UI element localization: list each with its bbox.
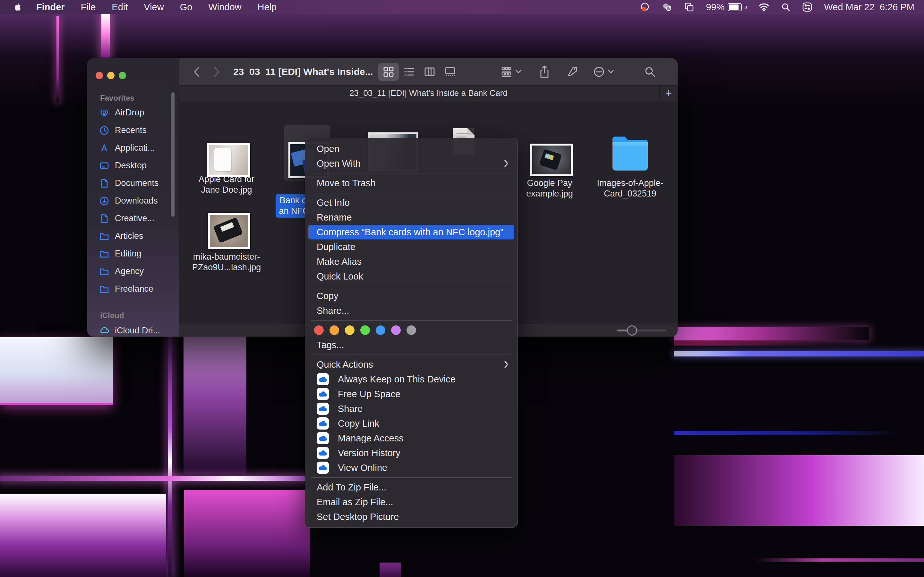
onedrive-cloud-icon	[317, 403, 329, 415]
menu-item-quick-look[interactable]: Quick Look	[305, 269, 517, 284]
folder-icon	[610, 134, 650, 174]
menu-item-copy[interactable]: Copy	[305, 288, 517, 303]
view-as-icons-button[interactable]	[378, 63, 399, 81]
more-actions-button[interactable]	[593, 58, 614, 85]
status-sync-icon[interactable]	[662, 2, 672, 12]
tag-red[interactable]	[314, 326, 324, 335]
wallpaper-gradient-panel	[0, 494, 166, 577]
icon-size-slider[interactable]	[617, 330, 666, 332]
slider-knob[interactable]	[627, 326, 637, 335]
menubar-help[interactable]: Help	[250, 0, 285, 14]
tag-gray[interactable]	[407, 326, 416, 335]
onedrive-cloud-icon	[317, 373, 329, 385]
menu-item-open[interactable]: Open	[305, 141, 517, 156]
menu-item-free-up-space[interactable]: Free Up Space	[305, 387, 517, 401]
sidebar-item-icloud-drive[interactable]: iCloud Dri...	[87, 322, 179, 337]
menubar-edit[interactable]: Edit	[103, 0, 136, 14]
menu-item-share-onedrive[interactable]: Share	[305, 401, 517, 416]
search-button[interactable]	[644, 58, 656, 85]
sidebar-item-applications[interactable]: Applicati...	[87, 139, 179, 157]
menu-item-view-online[interactable]: View Online	[305, 460, 517, 475]
menu-item-compress-highlighted[interactable]: Compress “Bank cards with an NFC logo.jp…	[309, 225, 514, 239]
menu-bar: Finder File Edit View Go Window Help 99%	[0, 0, 924, 14]
sidebar-item-agency[interactable]: Agency	[87, 263, 179, 280]
wallpaper-white-panel	[0, 337, 113, 405]
sidebar-item-recents[interactable]: Recents	[87, 121, 179, 139]
menu-item-duplicate[interactable]: Duplicate	[305, 239, 517, 254]
menubar-app-finder[interactable]: Finder	[28, 0, 73, 14]
menu-item-tags[interactable]: Tags...	[305, 338, 517, 352]
menu-item-copy-link[interactable]: Copy Link	[305, 416, 517, 431]
battery-icon	[728, 3, 742, 11]
app-store-icon	[99, 143, 110, 153]
menu-item-add-to-zip[interactable]: Add To Zip File...	[305, 480, 517, 495]
sidebar-item-editing[interactable]: Editing	[87, 245, 179, 263]
menu-item-manage-access[interactable]: Manage Access	[305, 431, 517, 446]
sidebar-item-airdrop[interactable]: AirDrop	[87, 104, 179, 121]
battery-indicator[interactable]: 99%	[706, 2, 747, 13]
view-as-gallery-button[interactable]	[440, 63, 460, 81]
menu-item-rename[interactable]: Rename	[305, 210, 517, 225]
menu-item-always-keep-on-device[interactable]: Always Keep on This Device	[305, 372, 517, 387]
sidebar-item-creative[interactable]: Creative...	[87, 210, 179, 227]
menu-item-set-desktop-picture[interactable]: Set Desktop Picture	[305, 509, 517, 524]
sidebar-item-documents[interactable]: Documents	[87, 174, 179, 192]
sidebar-section-icloud: iCloud	[100, 311, 124, 320]
sidebar-section-favorites: Favorites	[100, 93, 134, 103]
tag-orange[interactable]	[330, 326, 339, 335]
menubar-go[interactable]: Go	[172, 0, 200, 14]
tag-blue[interactable]	[376, 326, 385, 335]
menu-item-open-with[interactable]: Open With	[305, 156, 517, 171]
menu-divider	[311, 286, 512, 286]
menubar-view[interactable]: View	[136, 0, 172, 14]
menu-item-quick-actions[interactable]: Quick Actions	[305, 357, 517, 372]
menu-item-get-info[interactable]: Get Info	[305, 195, 517, 210]
tag-purple[interactable]	[391, 326, 401, 335]
group-by-button[interactable]	[500, 58, 521, 85]
sidebar-item-desktop[interactable]: Desktop	[87, 157, 179, 174]
wallpaper-neon-line	[0, 476, 308, 481]
forward-button[interactable]	[213, 58, 221, 85]
wallpaper-neon-line	[57, 16, 59, 103]
view-as-list-button[interactable]	[399, 63, 419, 81]
wallpaper-magenta-panel	[184, 490, 310, 577]
tag-green[interactable]	[360, 326, 370, 335]
icloud-icon	[99, 326, 110, 336]
tab-bar[interactable]: 23_03_11 [EDI] What's Inside a Bank Card…	[179, 85, 678, 101]
menu-item-share[interactable]: Share...	[305, 303, 517, 318]
sidebar-item-downloads[interactable]: Downloads	[87, 192, 179, 210]
share-button[interactable]	[539, 58, 550, 85]
menubar-window[interactable]: Window	[200, 0, 249, 14]
menu-bar-clock[interactable]: Wed Mar 22 6:26 PM	[824, 2, 914, 13]
spotlight-search-icon[interactable]	[781, 2, 790, 12]
menubar-file[interactable]: File	[73, 0, 104, 14]
wallpaper-blue-line	[674, 351, 924, 356]
new-tab-button[interactable]: +	[659, 85, 678, 101]
file-thumbnail	[207, 143, 250, 177]
document-icon	[99, 178, 110, 189]
onedrive-cloud-icon	[317, 417, 329, 430]
menu-item-version-history[interactable]: Version History	[305, 446, 517, 460]
sidebar-item-freelance[interactable]: Freelance	[87, 280, 179, 298]
close-button[interactable]	[95, 72, 103, 79]
menu-item-move-to-trash[interactable]: Move to Trash	[305, 176, 517, 190]
back-button[interactable]	[192, 58, 200, 85]
wallpaper-blue-line	[674, 431, 898, 435]
control-center-icon[interactable]	[802, 2, 813, 12]
zoom-button[interactable]	[119, 72, 126, 79]
menu-item-email-as-zip[interactable]: Email as Zip File...	[305, 495, 517, 509]
menu-item-make-alias[interactable]: Make Alias	[305, 254, 517, 269]
menu-divider	[311, 320, 512, 321]
tags-button[interactable]	[566, 58, 579, 85]
status-screen-mirroring-icon[interactable]	[684, 2, 694, 12]
chevron-right-icon	[504, 160, 509, 167]
sidebar-item-articles[interactable]: Articles	[87, 227, 179, 245]
status-app-icon[interactable]	[640, 2, 650, 12]
apple-menu-icon[interactable]	[11, 3, 24, 11]
menu-divider	[311, 355, 512, 355]
view-as-columns-button[interactable]	[419, 63, 440, 81]
wifi-icon[interactable]	[758, 3, 769, 11]
tag-yellow[interactable]	[345, 326, 355, 335]
minimize-button[interactable]	[107, 72, 115, 79]
document-icon	[99, 213, 110, 224]
